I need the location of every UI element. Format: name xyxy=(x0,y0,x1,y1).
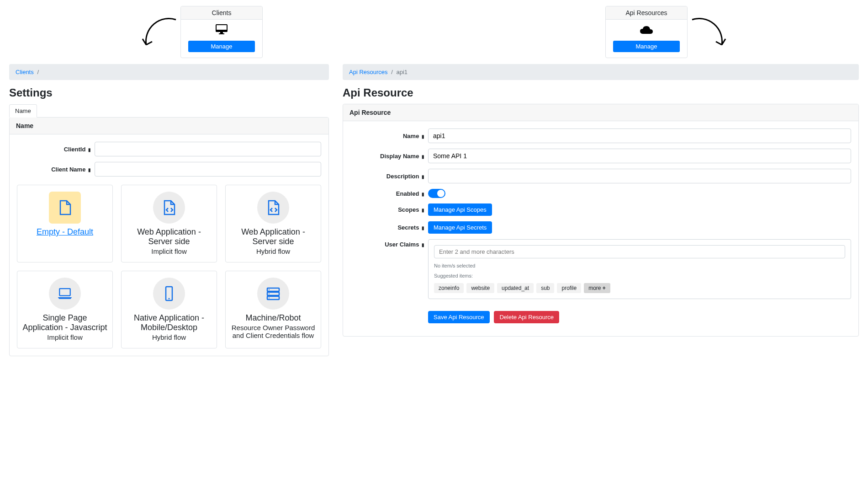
breadcrumb-api-resources-link[interactable]: Api Resources xyxy=(349,69,388,75)
claim-chip[interactable]: profile xyxy=(557,283,581,293)
claim-chip[interactable]: updated_at xyxy=(497,283,534,293)
save-api-resource-button[interactable]: Save Api Resource xyxy=(428,311,490,323)
note-icon: ▮ xyxy=(422,134,424,139)
template-subtitle: Hybrid flow xyxy=(230,247,316,255)
svg-rect-2 xyxy=(220,32,223,33)
enabled-toggle[interactable] xyxy=(428,189,445,198)
filecode-icon xyxy=(257,192,289,224)
note-icon: ▮ xyxy=(88,147,91,152)
page-title: Api Resource xyxy=(343,86,859,99)
user-claims-chips: zoneinfowebsiteupdated_atsubprofilemore … xyxy=(434,283,845,293)
claim-chip[interactable]: sub xyxy=(536,283,554,293)
template-title: Web Application - Server side xyxy=(126,227,212,246)
breadcrumb-clients-link[interactable]: Clients xyxy=(16,69,34,75)
user-claims-empty-text: No item/s selected xyxy=(434,263,845,268)
breadcrumb-separator: / xyxy=(391,69,393,75)
template-title: Empty - Default xyxy=(22,227,108,237)
description-label: Description ▮ xyxy=(350,173,428,180)
template-subtitle: Implicit flow xyxy=(22,333,108,341)
scopes-label: Scopes ▮ xyxy=(350,206,428,213)
claim-chip[interactable]: website xyxy=(466,283,494,293)
api-resource-panel-header: Api Resource xyxy=(343,104,858,121)
display-name-input[interactable] xyxy=(428,149,851,163)
svg-rect-3 xyxy=(219,33,224,34)
cloud-icon xyxy=(610,24,683,37)
breadcrumb-separator: / xyxy=(37,69,39,75)
template-subtitle: Hybrid flow xyxy=(126,333,212,341)
client-template-grid: Empty - DefaultWeb Application - Server … xyxy=(17,185,321,348)
svg-point-11 xyxy=(269,294,270,294)
breadcrumb: Api Resources / api1 xyxy=(343,64,859,80)
svg-point-12 xyxy=(269,298,270,299)
client-template-card[interactable]: Empty - Default xyxy=(17,185,113,262)
client-template-card[interactable]: Machine/RobotResource Owner Password and… xyxy=(225,271,321,348)
filecode-icon xyxy=(153,192,185,224)
server-icon xyxy=(257,278,289,310)
desktop-icon xyxy=(185,24,258,37)
api-resource-panel: Api Resource Name ▮ Display Name ▮ Descr… xyxy=(343,104,859,337)
svg-rect-4 xyxy=(59,289,70,295)
mobile-icon xyxy=(153,278,185,310)
client-template-card[interactable]: Native Application - Mobile/DesktopHybri… xyxy=(121,271,217,348)
tab-name[interactable]: Name xyxy=(9,104,37,118)
api-resources-card: Api Resources Manage xyxy=(605,6,688,58)
settings-panel: Name ClientId ▮ Client Name ▮ Empty - De… xyxy=(9,117,329,356)
manage-secrets-button[interactable]: Manage Api Secrets xyxy=(428,221,492,234)
clients-card-title: Clients xyxy=(181,6,262,20)
note-icon: ▮ xyxy=(422,154,424,159)
note-icon: ▮ xyxy=(422,192,424,197)
svg-rect-1 xyxy=(216,30,227,32)
laptop-icon xyxy=(49,278,81,310)
top-cards-row: Clients Manage Api Resources Manage xyxy=(0,0,868,59)
client-template-card[interactable]: Web Application - Server sideImplicit fl… xyxy=(121,185,217,262)
arrow-left-icon xyxy=(137,15,183,56)
client-name-input[interactable] xyxy=(95,162,321,177)
client-id-label: ClientId ▮ xyxy=(17,146,95,153)
clients-card: Clients Manage xyxy=(180,6,263,58)
manage-scopes-button[interactable]: Manage Api Scopes xyxy=(428,203,492,216)
note-icon: ▮ xyxy=(422,242,424,247)
claim-chip-more[interactable]: more + xyxy=(584,283,610,293)
template-subtitle: Resource Owner Password and Client Crede… xyxy=(230,324,316,339)
user-claims-suggested-label: Suggested items: xyxy=(434,273,845,278)
clients-manage-button[interactable]: Manage xyxy=(188,41,254,52)
svg-point-6 xyxy=(169,298,170,300)
enabled-label: Enabled ▮ xyxy=(350,190,428,197)
template-title: Native Application - Mobile/Desktop xyxy=(126,313,212,332)
user-claims-box: No item/s selected Suggested items: zone… xyxy=(428,239,851,299)
delete-api-resource-button[interactable]: Delete Api Resource xyxy=(494,311,559,323)
api-resources-card-title: Api Resources xyxy=(606,6,687,20)
file-icon xyxy=(49,192,81,224)
breadcrumb-current: api1 xyxy=(396,69,408,75)
breadcrumb: Clients / xyxy=(9,64,329,80)
display-name-label: Display Name ▮ xyxy=(350,153,428,160)
description-input[interactable] xyxy=(428,169,851,183)
user-claims-label: User Claims ▮ xyxy=(350,239,428,248)
client-id-input[interactable] xyxy=(95,142,321,156)
template-subtitle: Implicit flow xyxy=(126,247,212,255)
note-icon: ▮ xyxy=(88,167,91,172)
client-template-card[interactable]: Web Application - Server sideHybrid flow xyxy=(225,185,321,262)
template-title: Web Application - Server side xyxy=(230,227,316,246)
svg-point-10 xyxy=(269,289,270,290)
template-title: Machine/Robot xyxy=(230,313,316,323)
client-template-card[interactable]: Single Page Application - JavascriptImpl… xyxy=(17,271,113,348)
claim-chip[interactable]: zoneinfo xyxy=(434,283,464,293)
secrets-label: Secrets ▮ xyxy=(350,224,428,231)
settings-panel-header: Name xyxy=(10,118,328,134)
arrow-right-icon xyxy=(685,15,731,56)
page-title: Settings xyxy=(9,86,329,99)
note-icon: ▮ xyxy=(422,208,424,213)
name-label: Name ▮ xyxy=(350,133,428,139)
api-resources-manage-button[interactable]: Manage xyxy=(613,41,679,52)
note-icon: ▮ xyxy=(422,174,424,179)
note-icon: ▮ xyxy=(422,225,424,230)
template-title: Single Page Application - Javascript xyxy=(22,313,108,332)
user-claims-input[interactable] xyxy=(434,245,845,258)
name-input[interactable] xyxy=(428,128,851,143)
client-name-label: Client Name ▮ xyxy=(17,166,95,173)
